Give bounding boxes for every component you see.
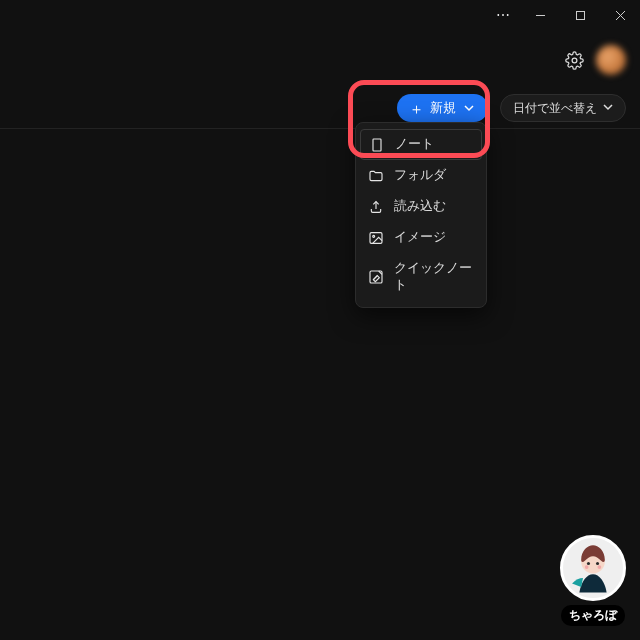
- note-icon: [369, 137, 385, 153]
- dropdown-item-label: イメージ: [394, 229, 446, 246]
- dropdown-item-label: ノート: [395, 136, 434, 153]
- svg-point-7: [373, 235, 375, 237]
- sort-button[interactable]: 日付で並べ替え: [500, 94, 626, 122]
- dropdown-item-note[interactable]: ノート: [360, 129, 482, 160]
- dropdown-item-label: フォルダ: [394, 167, 446, 184]
- user-widget: ちゃろぼ: [560, 535, 626, 626]
- folder-icon: [368, 168, 384, 184]
- close-icon: [615, 10, 626, 21]
- window-close-button[interactable]: [600, 0, 640, 30]
- toolbar: ＋ 新規 日付で並べ替え: [0, 88, 640, 128]
- window-maximize-button[interactable]: [560, 0, 600, 30]
- dropdown-item-import[interactable]: 読み込む: [356, 191, 486, 222]
- svg-rect-5: [373, 139, 381, 151]
- svg-point-11: [587, 562, 590, 565]
- dropdown-item-folder[interactable]: フォルダ: [356, 160, 486, 191]
- gear-icon: [565, 51, 584, 70]
- svg-point-13: [585, 565, 589, 569]
- chevron-down-icon: [464, 101, 474, 116]
- new-button[interactable]: ＋ 新規: [397, 94, 488, 122]
- svg-rect-1: [576, 11, 584, 19]
- user-avatar-image[interactable]: [560, 535, 626, 601]
- window-titlebar: ⋯: [0, 0, 640, 30]
- divider: [0, 128, 640, 129]
- import-icon: [368, 199, 384, 215]
- new-dropdown-menu: ノート フォルダ 読み込む イメージ クイックノート: [355, 122, 487, 308]
- more-menu-button[interactable]: ⋯: [486, 7, 520, 23]
- svg-point-14: [597, 565, 601, 569]
- window-minimize-button[interactable]: [520, 0, 560, 30]
- dropdown-item-image[interactable]: イメージ: [356, 222, 486, 253]
- image-icon: [368, 230, 384, 246]
- account-avatar[interactable]: [596, 45, 626, 75]
- maximize-icon: [575, 10, 586, 21]
- new-button-label: 新規: [430, 99, 456, 117]
- sort-button-label: 日付で並べ替え: [513, 100, 597, 117]
- minimize-icon: [535, 10, 546, 21]
- user-name-badge: ちゃろぼ: [561, 605, 625, 626]
- quicknote-icon: [368, 269, 384, 285]
- dropdown-item-quicknote[interactable]: クイックノート: [356, 253, 486, 301]
- svg-point-12: [596, 562, 599, 565]
- settings-button[interactable]: [565, 51, 584, 70]
- svg-point-4: [572, 58, 577, 63]
- chevron-down-icon: [603, 101, 613, 115]
- plus-icon: ＋: [409, 101, 424, 116]
- svg-rect-6: [370, 232, 382, 243]
- dropdown-item-label: 読み込む: [394, 198, 446, 215]
- header-right: [565, 40, 640, 80]
- dropdown-item-label: クイックノート: [394, 260, 474, 294]
